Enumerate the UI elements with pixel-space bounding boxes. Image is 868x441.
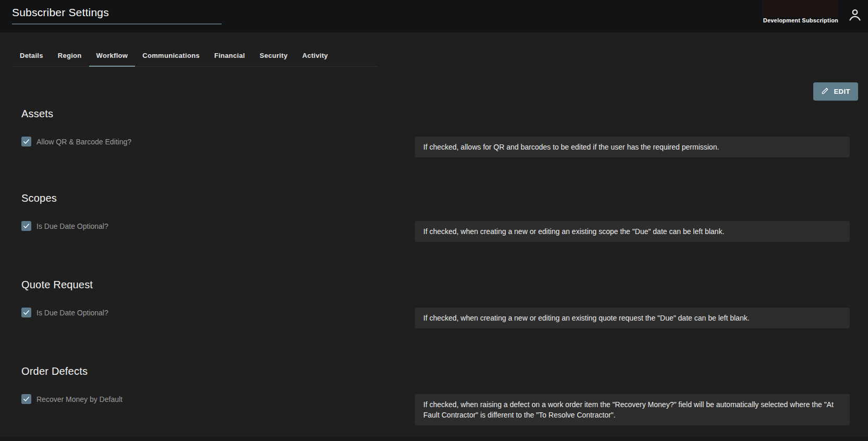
tab-label: Security: [260, 52, 288, 59]
setting-row: Allow QR & Barcode Editing? If checked, …: [0, 137, 868, 157]
setting-row: Is Due Date Optional? If checked, when c…: [0, 221, 868, 242]
checkmark-icon: [22, 309, 30, 316]
setting-label: Allow QR & Barcode Editing?: [36, 138, 131, 146]
setting-label: Recover Money by Default: [36, 395, 123, 403]
account-button[interactable]: [845, 6, 865, 26]
tab-label: Workflow: [96, 52, 128, 59]
edit-button[interactable]: EDIT: [813, 82, 858, 101]
setting-description: If checked, when raising a defect on a w…: [415, 394, 850, 425]
person-icon: [847, 7, 863, 24]
checkmark-icon: [22, 222, 30, 230]
setting-label: Is Due Date Optional?: [36, 222, 108, 230]
tab-financial[interactable]: Financial: [207, 44, 252, 66]
checkbox-recover-money-by-default[interactable]: [21, 394, 31, 404]
subscription-label: Development Subscription: [763, 17, 838, 23]
setting-label: Is Due Date Optional?: [36, 309, 108, 317]
page-title-underline: [12, 23, 222, 24]
checkmark-icon: [22, 138, 30, 145]
logo-placeholder: [762, 0, 838, 17]
tab-communications[interactable]: Communications: [135, 44, 207, 66]
tab-label: Financial: [214, 52, 245, 59]
section-scopes: Scopes Is Due Date Optional? If checked,…: [0, 192, 868, 242]
edit-button-label: EDIT: [834, 88, 850, 95]
section-quote-request: Quote Request Is Due Date Optional? If c…: [0, 278, 868, 328]
section-title: Order Defects: [21, 365, 868, 377]
section-assets: Assets Allow QR & Barcode Editing? If ch…: [0, 107, 868, 157]
setting-description: If checked, when creating a new or editi…: [415, 221, 850, 242]
setting-control: Is Due Date Optional?: [0, 221, 415, 231]
setting-description: If checked, when creating a new or editi…: [415, 308, 850, 328]
checkbox-scope-due-date-optional[interactable]: [21, 221, 31, 231]
tab-label: Communications: [142, 52, 200, 59]
tab-label: Activity: [302, 52, 328, 59]
tab-region[interactable]: Region: [51, 44, 89, 66]
section-title: Scopes: [21, 192, 868, 204]
tab-label: Details: [20, 52, 43, 59]
bottom-edge: [0, 437, 868, 441]
checkbox-allow-qr-barcode-editing[interactable]: [21, 137, 31, 146]
section-title: Quote Request: [21, 278, 868, 291]
setting-control: Allow QR & Barcode Editing?: [0, 137, 415, 146]
active-tab-underline: [89, 66, 136, 67]
page-title: Subscriber Settings: [12, 6, 109, 19]
tab-bar: Details Region Workflow Communications F…: [13, 44, 377, 67]
setting-description: If checked, allows for QR and barcodes t…: [415, 137, 850, 157]
checkmark-icon: [22, 395, 30, 403]
top-bar: Subscriber Settings Development Subscrip…: [0, 0, 868, 32]
setting-row: Recover Money by Default If checked, whe…: [0, 394, 868, 425]
tab-details[interactable]: Details: [13, 44, 51, 66]
tab-workflow[interactable]: Workflow: [89, 44, 136, 66]
setting-control: Recover Money by Default: [0, 394, 415, 404]
setting-control: Is Due Date Optional?: [0, 308, 415, 317]
section-title: Assets: [21, 107, 868, 120]
checkbox-quote-request-due-date-optional[interactable]: [21, 308, 31, 317]
tab-label: Region: [58, 52, 82, 59]
pencil-icon: [821, 87, 829, 96]
tab-security[interactable]: Security: [252, 44, 295, 66]
section-order-defects: Order Defects Recover Money by Default I…: [0, 365, 868, 425]
tab-activity[interactable]: Activity: [295, 44, 335, 66]
setting-row: Is Due Date Optional? If checked, when c…: [0, 308, 868, 328]
